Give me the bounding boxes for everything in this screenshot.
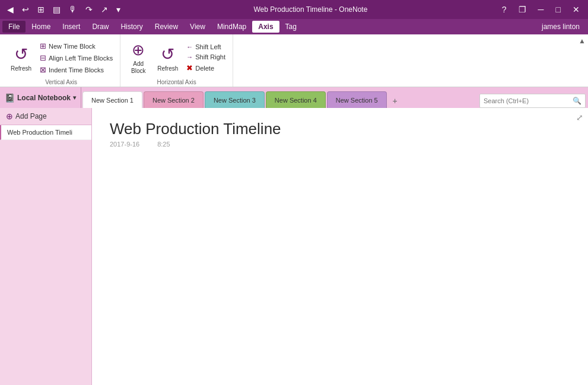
menu-review[interactable]: Review bbox=[149, 21, 184, 33]
ribbon-collapse-button[interactable]: ▲ bbox=[579, 37, 586, 45]
record-button[interactable]: 🎙 bbox=[66, 4, 80, 15]
horizontal-axis-label: Horizontal Axis bbox=[125, 78, 228, 85]
section-tabs-bar: 📓 Local Notebook ▾ New Section 1 New Sec… bbox=[0, 87, 588, 108]
add-page-icon: ⊕ bbox=[6, 112, 13, 121]
menu-bar: File Home Insert Draw History Review Vie… bbox=[0, 19, 588, 34]
refresh-vertical-icon: ↺ bbox=[14, 44, 28, 64]
menu-insert[interactable]: Insert bbox=[56, 21, 86, 33]
menu-view[interactable]: View bbox=[184, 21, 211, 33]
ribbon: ↺ Refresh ⊞ New Time Block ⊟ Align Left … bbox=[0, 34, 588, 87]
notebook-selector[interactable]: 📓 Local Notebook ▾ bbox=[0, 87, 81, 108]
menu-file[interactable]: File bbox=[2, 21, 26, 33]
minimize-button[interactable]: ─ bbox=[535, 4, 548, 15]
shift-left-button[interactable]: ← Shift Left bbox=[184, 42, 228, 52]
align-left-time-blocks-button[interactable]: ⊟ Align Left Time Blocks bbox=[37, 52, 115, 63]
undo-button[interactable]: ↩ bbox=[20, 4, 31, 15]
page-meta: 2017-9-16 8:25 bbox=[110, 141, 570, 148]
share-button[interactable]: ↗ bbox=[98, 4, 110, 15]
view-toggle-button[interactable]: ⊞ bbox=[35, 4, 47, 15]
tab-new-section-1[interactable]: New Section 1 bbox=[82, 91, 142, 108]
qat-dropdown[interactable]: ▾ bbox=[114, 4, 123, 15]
menu-draw[interactable]: Draw bbox=[86, 21, 115, 33]
page-time: 8:25 bbox=[157, 141, 170, 148]
shift-delete-buttons: ← Shift Left → Shift Right ✖ Delete bbox=[184, 40, 228, 76]
vertical-axis-buttons: ⊞ New Time Block ⊟ Align Left Time Block… bbox=[37, 38, 115, 78]
refresh-vertical-button[interactable]: ↺ Refresh bbox=[7, 42, 35, 74]
page-date: 2017-9-16 bbox=[110, 141, 139, 148]
window-controls: ? ❐ ─ □ ✕ bbox=[498, 4, 583, 15]
search-input[interactable] bbox=[484, 97, 573, 104]
vertical-axis-label: Vertical Axis bbox=[7, 78, 115, 85]
window-title: Web Production Timeline - OneNote bbox=[123, 5, 498, 14]
add-block-button[interactable]: ⊕ Add Block bbox=[125, 39, 151, 77]
add-block-icon: ⊕ bbox=[132, 41, 145, 59]
delete-icon: ✖ bbox=[186, 63, 193, 72]
content-area: ⤢ Web Production Timeline 2017-9-16 8:25 bbox=[92, 108, 588, 385]
tab-new-section-2[interactable]: New Section 2 bbox=[144, 91, 204, 108]
menu-home[interactable]: Home bbox=[26, 21, 56, 33]
notebook-label: Local Notebook bbox=[17, 94, 71, 102]
search-icon[interactable]: 🔍 bbox=[573, 97, 581, 105]
back-button[interactable]: ◀ bbox=[5, 4, 16, 15]
title-bar: ◀ ↩ ⊞ ▤ 🎙 ↷ ↗ ▾ Web Production Timeline … bbox=[0, 0, 588, 19]
search-box[interactable]: 🔍 bbox=[479, 94, 586, 108]
shift-left-icon: ← bbox=[186, 43, 193, 50]
user-name: james linton bbox=[536, 21, 586, 33]
shift-right-icon: → bbox=[186, 53, 193, 61]
add-page-label: Add Page bbox=[15, 112, 47, 120]
new-time-block-icon: ⊞ bbox=[40, 42, 46, 50]
tab-new-section-5[interactable]: New Section 5 bbox=[327, 91, 387, 108]
forward-button[interactable]: ↷ bbox=[83, 4, 95, 15]
tab-new-section-4[interactable]: New Section 4 bbox=[266, 91, 326, 108]
expand-button[interactable]: ⤢ bbox=[576, 113, 583, 122]
add-section-button[interactable]: + bbox=[388, 94, 402, 108]
quick-access-toolbar: ◀ ↩ ⊞ ▤ 🎙 ↷ ↗ ▾ bbox=[5, 4, 123, 15]
menu-tag[interactable]: Tag bbox=[279, 21, 303, 33]
shift-right-button[interactable]: → Shift Right bbox=[184, 52, 228, 62]
delete-button[interactable]: ✖ Delete bbox=[184, 62, 228, 74]
menu-mindmap[interactable]: MindMap bbox=[211, 21, 252, 33]
maximize-button[interactable]: □ bbox=[552, 4, 564, 15]
refresh-horizontal-icon: ↺ bbox=[161, 44, 174, 64]
refresh-horizontal-button[interactable]: ↺ Refresh bbox=[154, 42, 182, 74]
help-button[interactable]: ? bbox=[498, 4, 510, 15]
horizontal-axis-group: ⊕ Add Block ↺ Refresh ← Shift Left → Shi… bbox=[120, 34, 233, 87]
menu-axis[interactable]: Axis bbox=[252, 21, 279, 33]
add-page-button[interactable]: ⊕ Add Page bbox=[0, 108, 91, 125]
indent-icon: ⊠ bbox=[40, 65, 46, 74]
new-time-block-button[interactable]: ⊞ New Time Block bbox=[37, 40, 115, 52]
tab-new-section-3[interactable]: New Section 3 bbox=[205, 91, 265, 108]
vertical-axis-group: ↺ Refresh ⊞ New Time Block ⊟ Align Left … bbox=[2, 34, 120, 87]
restore-button[interactable]: ❐ bbox=[515, 4, 530, 15]
sidebar: ⊕ Add Page Web Production Timeli bbox=[0, 108, 92, 385]
indent-time-blocks-button[interactable]: ⊠ Indent Time Blocks bbox=[37, 64, 115, 75]
notebook-dropdown-icon: ▾ bbox=[73, 94, 76, 101]
align-left-icon: ⊟ bbox=[40, 53, 46, 62]
menu-history[interactable]: History bbox=[115, 21, 148, 33]
close-button[interactable]: ✕ bbox=[569, 4, 583, 15]
page-title: Web Production Timeline bbox=[110, 120, 570, 138]
main-area: ⊕ Add Page Web Production Timeli ⤢ Web P… bbox=[0, 108, 588, 385]
page-item-web-production-timeline[interactable]: Web Production Timeli bbox=[0, 125, 91, 140]
grid-button[interactable]: ▤ bbox=[50, 4, 63, 15]
notebook-icon: 📓 bbox=[5, 93, 15, 103]
